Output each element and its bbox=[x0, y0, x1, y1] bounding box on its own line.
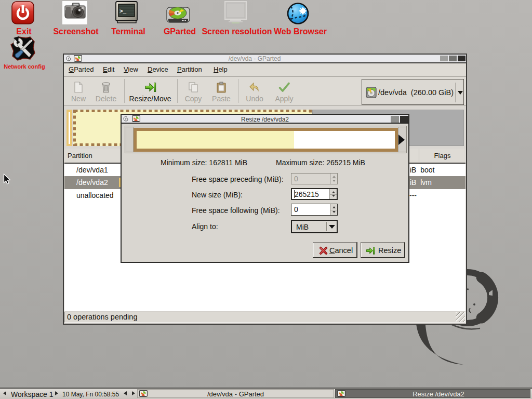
svg-text:>_: >_ bbox=[119, 8, 127, 15]
